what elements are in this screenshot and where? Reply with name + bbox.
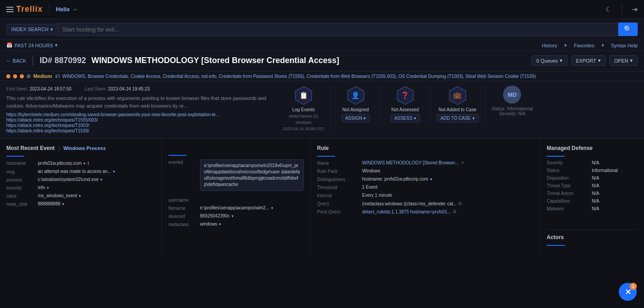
managed-defense-title: Managed Defense [547,145,638,151]
managed-severity-key: Severity [547,160,592,165]
pivot-query-copy-icon[interactable]: ⧉ [453,209,456,214]
dark-mode-icon[interactable]: ☾ [606,5,612,14]
managed-kv-malware: Malware N/A [547,206,638,211]
metaclass-value: windows [200,222,217,226]
severity-value: info [38,185,45,190]
hostname-dropdown-icon[interactable]: ▾ [83,161,86,166]
rule-name-external-icon[interactable]: ↗ [460,160,464,165]
helix-label: Helix [56,6,70,13]
rule-name-val: WINDOWS METHODOLOGY [Stored Browser... ↗ [362,160,534,165]
time-range-button[interactable]: 📅 PAST 24 HOURS ▾ [6,42,58,48]
hostname-key: hostname [6,160,38,166]
meta-cbid-dropdown-icon[interactable]: ▾ [62,202,64,206]
last-seen-value: 2023-04-24 19:45:23 [108,86,150,91]
analyst-severity-row: Severity: N/A [499,111,525,116]
favorites-link[interactable]: Favorites [574,43,594,48]
rule-name-link[interactable]: WINDOWS METHODOLOGY [Stored Browser... [362,160,458,165]
rule-kv-pivot-query: Pivot Query detect_ruleids:1.1.3875 host… [317,209,534,214]
log-events-time: 2023-04-24 18:58 UTC [283,127,324,131]
assess-chevron-icon: ▾ [414,116,416,121]
msg-value: an attempt was made to access an... [38,169,111,174]
hex-analyst: MD Status: Informational Severity: N/A [485,86,540,116]
assign-btn-label: ASSIGN [345,116,363,121]
managed-disposition-val: N/A [592,176,599,181]
tags-text: WINDOWS, Browser Credentials, Cookie Acc… [63,74,536,79]
severity-dot-4 [27,74,31,78]
bottom-section: Most Recent Event | Windows Process host… [0,139,644,256]
open-button[interactable]: OPEN ▾ [609,55,638,66]
queues-button[interactable]: 0 Queues ▾ [531,55,567,66]
rule-kv-name: Name WINDOWS METHODOLOGY [Stored Browser… [317,160,534,166]
severity-key: severity [6,185,38,190]
eventid-key: eventid [168,159,200,165]
event-id-panel: eventid e:\profiles\xenapp\acampos\win20… [162,139,311,256]
process-value: c:\windows\system32\cmd.exe [38,177,99,182]
rule-kv-threshold: Threshold 1 Event [317,185,534,190]
alert-link-3[interactable]: https://attack.mitre.org/techniques/T100… [6,123,268,128]
hamburger-menu[interactable] [6,7,14,12]
time-chevron-icon: ▾ [55,42,58,48]
alert-links: https://kylemistele.medium.com/stealing-… [6,112,268,133]
rule-query-copy-icon[interactable]: ⧉ [458,201,462,206]
helix-link[interactable]: Helix → [56,6,77,13]
metaclass-val: windows ▾ [200,222,304,226]
kv-hostname: hostname prvfs01w.ptbcorp.com ▾ ℹ [6,160,155,166]
rule-label: Rule [317,145,329,151]
class-dropdown-icon[interactable]: ▾ [79,194,81,198]
syntax-help-link[interactable]: Syntax Help [611,43,638,48]
msg-dropdown-icon[interactable]: ▾ [113,169,115,174]
metaclass-dropdown-icon[interactable]: ▾ [219,222,221,226]
alert-link-2[interactable]: https://attack.mitre.org/techniques/T155… [6,118,268,122]
search-button[interactable]: 🔍 [618,23,638,36]
hostname-val: prvfs01w.ptbcorp.com ▾ ℹ [38,160,155,166]
assign-icon: 👤 [351,91,360,100]
recent-event-label: Most Recent Event [6,145,54,151]
search-type-label: INDEX SEARCH [11,27,49,32]
hex-shape-log: 📋 [294,86,313,105]
search-input[interactable] [58,23,618,36]
managed-defense-label: Managed Defense [547,145,593,151]
search-type-button[interactable]: INDEX SEARCH ▾ [6,24,58,35]
managed-capabilities-key: Capabilities [547,199,592,204]
time-range-label: PAST 24 HOURS [14,43,53,48]
log-events-sublabel: MetaClasses [1] [289,114,318,118]
alert-id-title: ID# 8870992 WINDOWS METHODOLOGY [Stored … [32,56,339,65]
assess-button[interactable]: ASSESS ▾ [390,114,420,122]
hex-assessment: ❓ Not Assessed ASSESS ▾ [381,86,430,122]
alert-description: This rule identifies the execution of a … [6,95,268,109]
managed-kv-capabilities: Capabilities N/A [547,199,638,204]
hex-assignment: 👤 Not Assigned ASSIGN ▾ [331,86,381,122]
process-key: process [6,177,38,182]
filename-dropdown-icon[interactable]: ▾ [271,206,273,210]
assign-button[interactable]: ASSIGN ▾ [341,114,370,122]
logout-icon[interactable]: ⇥ [632,5,638,14]
pivot-query-link[interactable]: detect_ruleids:1.1.3875 hostname=prvfs01… [362,209,451,214]
export-button[interactable]: EXPORT ▾ [571,55,606,66]
alert-link-4[interactable]: https://attack.mitre.org/techniques/T153… [6,128,268,133]
tag-icon: 🏷 [55,73,60,79]
eventid-tooltip: e:\profiles\xenapp\acampos\win2019v6\upm… [200,159,304,191]
managed-kv-severity: Severity N/A [547,160,638,165]
severity-dropdown-icon[interactable]: ▾ [47,186,49,190]
last-seen: Last Seen: 2023-04-24 19:45:23 [85,86,150,92]
rule-threshold-val: 1 Event [362,185,534,190]
kv-process: process c:\windows\system32\cmd.exe ▾ [6,177,155,182]
chat-badge: 1 [630,283,637,290]
severity-label: Medium [33,73,52,79]
rule-distinguishers-key: Distinguishers [317,177,362,182]
back-button[interactable]: ← BACK [6,58,32,63]
rule-kv-distinguishers: Distinguishers hostname: prvfs01w.ptbcor… [317,177,534,182]
history-link[interactable]: History [542,43,557,48]
process-dropdown-icon[interactable]: ▾ [100,177,103,182]
alert-link-1[interactable]: https://kylemistele.medium.com/stealing-… [6,112,268,117]
time-chevron-history-icon: ▾ [564,43,567,48]
queues-chevron-icon: ▾ [560,58,562,63]
recent-event-panel: Most Recent Event | Windows Process host… [0,139,162,256]
deviceid-dropdown-icon[interactable]: ▾ [231,214,234,218]
hostname-info-icon[interactable]: ℹ [87,160,89,166]
distinguishers-dropdown-icon[interactable]: ▾ [430,177,432,181]
add-to-case-label: ADD TO CASE [440,116,471,121]
chat-bubble[interactable]: 1 ✕ [619,283,637,301]
add-to-case-button[interactable]: ADD TO CASE ▾ [436,114,478,122]
search-input-wrap [58,23,618,36]
